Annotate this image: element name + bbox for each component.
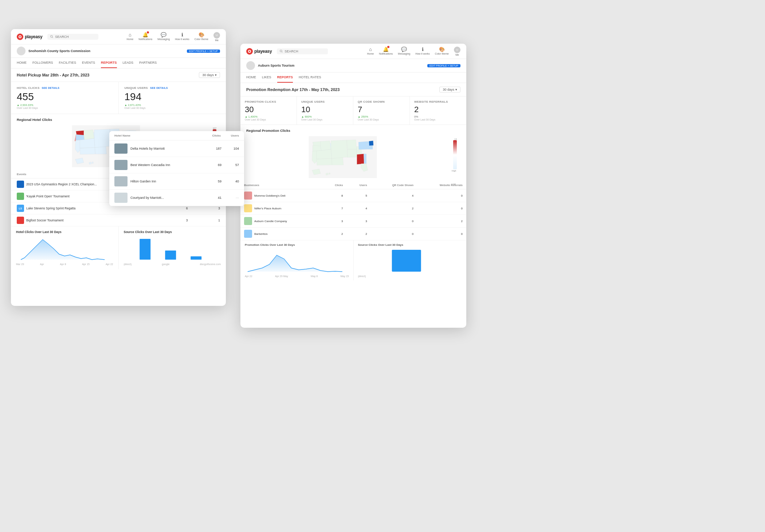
chart2-area-win2	[358, 248, 462, 273]
home-icon-win1: ⌂	[129, 32, 132, 38]
stats-row-win2: Promotion Clicks 30 ▲ 1,400% Over Last 3…	[240, 96, 466, 125]
svg-line-11	[282, 52, 283, 52]
hotel-popup: Hotel Name Clicks Users Delta Hotels by …	[109, 131, 244, 206]
secnav-home-win1[interactable]: HOME	[17, 58, 27, 68]
secnav-facilities-win1[interactable]: FACILITIES	[59, 58, 76, 68]
nav-notifications-win2[interactable]: 🔔 Notifications	[379, 47, 393, 56]
nav-home-win2[interactable]: ⌂ Home	[367, 47, 374, 56]
table-row: Bigfoot Soccer Tournament 3 1	[11, 214, 226, 226]
secnav-reports-win1[interactable]: REPORTS	[101, 58, 117, 68]
nav-me-win1[interactable]: U Me	[213, 32, 220, 42]
popup-header: Hotel Name Clicks Users	[109, 131, 244, 141]
chart1-area-win1	[16, 236, 113, 261]
search-win1[interactable]	[47, 34, 98, 40]
stat-label-unique-users-win2: Unique Users	[301, 100, 349, 103]
days-badge-win1[interactable]: 30 days ▾	[199, 72, 220, 78]
biz-name-3-win2: Barberitos	[240, 228, 322, 240]
chart2-label-1-win1: google	[162, 263, 169, 265]
date-title-win2: Promotion Redemption Apr 17th - May 17th…	[246, 87, 340, 92]
nav-home-win1[interactable]: ⌂ Home	[126, 32, 133, 42]
nav-how-label-win1: How it works	[175, 38, 189, 40]
biz-col-name-win2: Businesses	[240, 181, 322, 189]
chart1-label-2-win2: May 8	[311, 275, 318, 277]
map-color-low-label-win2: Low	[452, 183, 457, 185]
search-win2[interactable]	[277, 48, 328, 54]
hotel-users-2: 40	[224, 180, 239, 183]
logo-icon-win1	[17, 34, 23, 40]
table-row: Barberitos 2 2 0 0	[240, 228, 466, 240]
list-item: Hilton Garden Inn 59 40	[109, 173, 244, 190]
nav-home-label-win1: Home	[126, 38, 133, 40]
nav-messaging-label-win2: Messaging	[398, 52, 410, 55]
stat-number-promo-clicks-win2: 30	[245, 105, 292, 114]
stat-change-qr-win2: ▲ 250%	[358, 115, 405, 118]
svg-point-1	[19, 36, 21, 38]
search-input-win2[interactable]	[285, 50, 325, 53]
see-details-hotel-clicks-win1[interactable]: SEE DETAILS	[42, 87, 60, 89]
stat-number-hotel-clicks-win1: 455	[17, 91, 113, 103]
org-name-win1: Snohomish County Sports Commission	[28, 49, 90, 53]
svg-rect-7	[191, 256, 201, 260]
nav-how-win1[interactable]: ℹ How it works	[175, 32, 189, 42]
nav-notifications-win1[interactable]: 🔔 Notifications	[138, 32, 152, 42]
secnav-likes-win2[interactable]: LIKES	[262, 72, 271, 83]
secnav-events-win1[interactable]: EVENTS	[82, 58, 95, 68]
nav-notifications-label-win1: Notifications	[138, 38, 152, 40]
biz-col-qr-win2: QR Code Shown	[371, 181, 417, 189]
edit-profile-btn-win1[interactable]: EDIT PROFILE + SETUP	[187, 50, 220, 53]
chart1-svg-win1	[16, 236, 113, 261]
stat-change-unique-users-win1: ▲ 2,671.43%	[125, 103, 220, 107]
date-header-win1: Hotel Pickup Mar 28th - Apr 27th, 2023 3…	[11, 68, 226, 82]
date-header-win2: Promotion Redemption Apr 17th - May 17th…	[240, 83, 466, 96]
nav-messaging-win2[interactable]: 💬 Messaging	[398, 47, 410, 56]
biz-qr-1-win2: 2	[371, 202, 417, 215]
nav-me-label-win2: Me	[455, 54, 459, 56]
biz-qr-0-win2: 4	[371, 189, 417, 202]
chart2-svg-win1	[124, 236, 221, 261]
nav-how-win2[interactable]: ℹ How it works	[415, 47, 430, 56]
orgbar-win2: Auburn Sports Tourism EDIT PROFILE + SET…	[240, 59, 466, 72]
stat-promo-clicks-win2: Promotion Clicks 30 ▲ 1,400% Over Last 3…	[240, 96, 297, 125]
stat-unique-users-win1: Unique Users SEE DETAILS 194 ▲ 2,671.43%…	[119, 82, 226, 114]
logo-win1[interactable]: playeasy	[17, 34, 42, 40]
stat-change-hotel-clicks-win1: ▲ 2,933.33%	[17, 103, 113, 107]
map-section-title-win2: Regional Promotion Clicks	[240, 125, 466, 134]
secnav-home-win2[interactable]: HOME	[246, 72, 256, 83]
stat-unique-users-win2: Unique Users 10 ▲ 900% Over Last 30 Days	[297, 96, 353, 125]
table-row: Auburn Candle Company 3 3 0 2	[240, 215, 466, 228]
chart1-title-win1: Hotel Clicks Over Last 30 Days	[16, 230, 113, 234]
nav-color-win2[interactable]: 🎨 Color theme	[435, 47, 449, 56]
avatar-win2: U	[454, 47, 460, 53]
stat-website-referrals-win2: Website Referrals 2 0% Over Last 30 Days	[410, 96, 466, 125]
secnav-followers-win1[interactable]: FOLLOWERS	[32, 58, 53, 68]
chart2-label-2-win1: discgolfscene.com	[200, 263, 221, 265]
logo-icon-win2	[246, 48, 253, 55]
biz-name-1-win2: Niffer's Place Auburn	[240, 202, 322, 215]
secnav-partners-win1[interactable]: PARTNERS	[139, 58, 157, 68]
stat-label-promo-clicks-win2: Promotion Clicks	[245, 100, 292, 103]
hotel-clicks-1: 69	[207, 163, 221, 167]
secnav-reports-win2[interactable]: REPORTS	[277, 72, 293, 83]
hotel-clicks-3: 41	[207, 196, 221, 200]
hotel-name-0: Delta Hotels by Marriott	[130, 147, 204, 150]
logo-win2[interactable]: playeasy	[246, 48, 272, 55]
chart1-label-3-win2: May 15	[341, 275, 349, 277]
nav-color-win1[interactable]: 🎨 Color theme	[195, 32, 208, 42]
days-badge-win2[interactable]: 30 days ▾	[439, 87, 460, 92]
biz-users-3-win2: 2	[346, 228, 370, 240]
nav-messaging-win1[interactable]: 💬 Messaging	[157, 32, 170, 42]
biz-col-users-win2: Users	[346, 181, 370, 189]
chart1-win2: Promotion Clicks Over Last 30 Days Apr 2…	[240, 240, 354, 280]
stat-number-unique-users-win2: 10	[301, 105, 349, 114]
secnav-hotel-rates-win2[interactable]: HOTEL RATES	[299, 72, 321, 83]
search-input-win1[interactable]	[55, 35, 95, 39]
nav-home-label-win2: Home	[367, 52, 374, 55]
search-icon-win1	[50, 35, 53, 38]
biz-col-clicks-win2: Clicks	[322, 181, 346, 189]
svg-rect-6	[165, 251, 176, 260]
edit-profile-btn-win2[interactable]: EDIT PROFILE + SETUP	[427, 64, 460, 67]
nav-me-win2[interactable]: U Me	[454, 47, 460, 56]
secnav-leads-win1[interactable]: LEADS	[123, 58, 134, 68]
chart1-label-3-win1: Apr 15	[82, 263, 90, 265]
see-details-unique-users-win1[interactable]: SEE DETAILS	[150, 87, 168, 89]
